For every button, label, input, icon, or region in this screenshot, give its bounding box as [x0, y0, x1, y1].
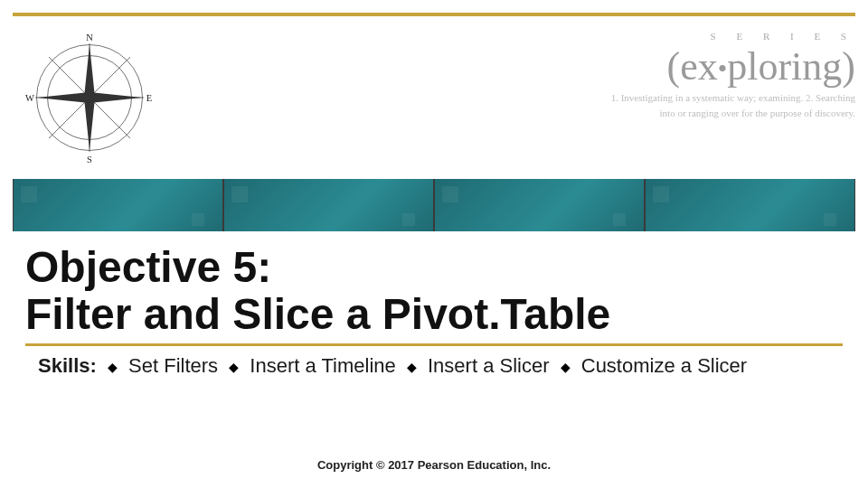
header-row: N E S W S E R I E S (ex•ploring) 1. Inve…	[13, 25, 855, 170]
skill-item: Set Filters	[128, 354, 218, 377]
teal-cell	[435, 179, 644, 231]
bullet-icon: ◆	[229, 360, 239, 374]
bullet-icon: ◆	[108, 360, 118, 374]
brand-block: S E R I E S (ex•ploring) 1. Investigatin…	[467, 25, 855, 120]
teal-band	[13, 179, 855, 231]
svg-text:E: E	[146, 93, 152, 103]
slide: N E S W S E R I E S (ex•ploring) 1. Inve…	[0, 0, 868, 488]
skill-item: Insert a Timeline	[250, 354, 395, 377]
brand-sub-1: 1. Investigating in a systematic way; ex…	[467, 92, 855, 105]
skill-item: Customize a Slicer	[581, 354, 747, 377]
skill-item: Insert a Slicer	[428, 354, 550, 377]
copyright: Copyright © 2017 Pearson Education, Inc.	[0, 458, 868, 472]
svg-text:W: W	[25, 93, 34, 103]
top-rule	[13, 13, 855, 16]
svg-marker-9	[37, 92, 99, 103]
svg-text:N: N	[86, 33, 93, 42]
title-block: Objective 5: Filter and Slice a Pivot.Ta…	[25, 244, 843, 346]
title-line-2: Filter and Slice a Pivot.Table	[25, 290, 610, 338]
bullet-icon: ◆	[561, 360, 571, 374]
slide-title: Objective 5: Filter and Slice a Pivot.Ta…	[25, 244, 843, 346]
brand-logo: (ex•ploring)	[467, 43, 855, 89]
compass-icon: N E S W	[13, 25, 166, 170]
teal-cell	[646, 179, 854, 231]
title-line-1: Objective 5:	[25, 243, 271, 291]
brand-sub-2: into or ranging over for the purpose of …	[467, 108, 855, 120]
series-label: S E R I E S	[467, 31, 855, 42]
skills-line: Skills: ◆ Set Filters ◆ Insert a Timelin…	[38, 354, 830, 378]
teal-cell	[14, 179, 222, 231]
bullet-icon: ◆	[407, 360, 417, 374]
svg-text:S: S	[87, 155, 92, 164]
teal-cell	[224, 179, 433, 231]
skills-label: Skills:	[38, 354, 97, 377]
